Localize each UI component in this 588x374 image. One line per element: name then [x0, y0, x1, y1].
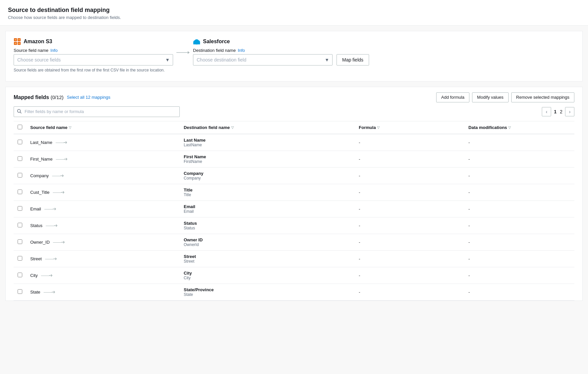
svg-point-15 — [194, 41, 200, 45]
row-checkbox[interactable] — [18, 273, 22, 277]
dest-field-cell: Street Street — [180, 250, 355, 267]
mapped-title-row: Mapped fields (0/12) Select all 12 mappi… — [14, 94, 110, 100]
data-mod-cell: - — [464, 134, 574, 151]
table-row: First_Name ——➜ First Name FirstName - - — [14, 151, 574, 167]
row-checkbox[interactable] — [18, 239, 22, 244]
map-fields-button[interactable]: Map fields — [337, 54, 369, 65]
dest-sort-icon[interactable]: ▽ — [231, 126, 234, 129]
svg-marker-9 — [188, 51, 190, 54]
row-checkbox-cell — [14, 151, 26, 167]
pagination-next-button[interactable]: › — [565, 107, 574, 116]
formula-cell: - — [355, 134, 464, 151]
pagination-next-page-num[interactable]: 2 — [559, 109, 563, 114]
row-source-name: Owner_ID — [30, 240, 50, 245]
formula-cell: - — [355, 284, 464, 300]
dest-info-link[interactable]: Info — [238, 48, 245, 53]
source-field-label: Source field name Info — [14, 48, 173, 53]
pagination-prev-button[interactable]: ‹ — [542, 107, 551, 116]
data-mod-cell: - — [464, 217, 574, 234]
dest-field-cell: Title Title — [180, 184, 355, 200]
source-field-cell: Email ——➜ — [26, 200, 180, 217]
data-mod-cell: - — [464, 184, 574, 200]
dest-field-sub: OwnerId — [184, 242, 351, 247]
source-field-cell: City ——➜ — [26, 267, 180, 284]
row-checkbox[interactable] — [18, 189, 22, 194]
row-source-name: State — [30, 290, 40, 295]
filter-row: ‹ 1 2 › — [14, 106, 574, 117]
formula-cell: - — [355, 250, 464, 267]
row-arrow-icon: ——➜ — [44, 289, 55, 295]
filter-input-wrapper — [14, 106, 180, 117]
row-checkbox-cell — [14, 250, 26, 267]
dest-field-wrap: Salesforce Destination field name Info C… — [193, 38, 333, 65]
search-icon — [17, 109, 22, 114]
remove-selected-button[interactable]: Remove selected mappings — [511, 92, 574, 102]
table-row: Owner_ID ——➜ Owner ID OwnerId - - — [14, 234, 574, 250]
formula-cell: - — [355, 167, 464, 184]
source-field-cell: Cust_Title ——➜ — [26, 184, 180, 200]
data-mod-sort-icon[interactable]: ▽ — [508, 126, 511, 129]
add-formula-button[interactable]: Add formula — [436, 92, 469, 102]
row-checkbox-cell — [14, 134, 26, 151]
modify-values-button[interactable]: Modify values — [472, 92, 508, 102]
source-service-name: Amazon S3 — [24, 39, 52, 45]
mapping-config-section: Amazon S3 Source field name Info Choose … — [5, 31, 583, 81]
source-field-cell: State ——➜ — [26, 284, 180, 300]
dest-field-cell: Owner ID OwnerId — [180, 234, 355, 250]
row-checkbox-cell — [14, 184, 26, 200]
row-checkbox-cell — [14, 167, 26, 184]
col-header-data-modifications: Data modifications ▽ — [464, 121, 574, 134]
dest-field-cell: Company Company — [180, 167, 355, 184]
dest-field-cell: Email Email — [180, 200, 355, 217]
dest-field-main: State/Province — [184, 287, 351, 292]
row-arrow-icon: ——➜ — [53, 239, 64, 245]
row-checkbox[interactable] — [18, 256, 22, 261]
mapped-fields-section: Mapped fields (0/12) Select all 12 mappi… — [5, 87, 583, 301]
row-arrow-icon: ——➜ — [56, 156, 67, 162]
dest-field-main: City — [184, 271, 351, 276]
row-checkbox[interactable] — [18, 206, 22, 211]
row-checkbox[interactable] — [18, 173, 22, 178]
source-sort-icon[interactable]: ▽ — [69, 126, 71, 129]
salesforce-icon — [193, 38, 200, 45]
row-arrow-icon: ——➜ — [45, 206, 56, 211]
svg-line-17 — [20, 112, 22, 113]
row-source-name: Email — [30, 206, 41, 211]
svg-rect-6 — [15, 43, 16, 44]
dest-field-sub: FirstName — [184, 159, 351, 164]
dest-fields-dropdown[interactable]: Choose destination field — [193, 54, 333, 65]
data-mod-cell: - — [464, 167, 574, 184]
table-row: Street ——➜ Street Street - - — [14, 250, 574, 267]
data-mod-cell: - — [464, 267, 574, 284]
pagination-row: ‹ 1 2 › — [542, 107, 574, 116]
row-checkbox[interactable] — [18, 289, 22, 294]
formula-cell: - — [355, 234, 464, 250]
formula-sort-icon[interactable]: ▽ — [377, 126, 380, 129]
source-help-text: Source fields are obtained from the firs… — [14, 67, 173, 73]
mapped-fields-header: Mapped fields (0/12) Select all 12 mappi… — [14, 92, 574, 102]
source-fields-dropdown[interactable]: Choose source fields — [14, 54, 173, 65]
dest-field-sub: City — [184, 276, 351, 280]
select-all-header — [14, 121, 26, 134]
row-checkbox[interactable] — [18, 223, 22, 227]
dest-field-main: Company — [184, 171, 351, 176]
row-arrow-icon: ——➜ — [41, 273, 52, 278]
dest-field-sub: Status — [184, 226, 351, 230]
row-checkbox-cell — [14, 267, 26, 284]
row-checkbox[interactable] — [18, 156, 22, 161]
formula-cell: - — [355, 184, 464, 200]
table-header-row: Source field name ▽ Destination field na… — [14, 121, 574, 134]
source-info-link[interactable]: Info — [50, 48, 58, 53]
row-arrow-icon: ——➜ — [53, 189, 64, 195]
data-mod-cell: - — [464, 234, 574, 250]
table-row: Email ——➜ Email Email - - — [14, 200, 574, 217]
formula-cell: - — [355, 217, 464, 234]
col-header-destination: Destination field name ▽ — [180, 121, 355, 134]
table-body: Last_Name ——➜ Last Name LastName - - Fir… — [14, 134, 574, 301]
filter-fields-input[interactable] — [14, 106, 180, 117]
row-checkbox[interactable] — [18, 140, 22, 144]
select-all-link[interactable]: Select all 12 mappings — [67, 95, 110, 100]
row-arrow-icon: ——➜ — [45, 256, 56, 261]
dest-field-cell: First Name FirstName — [180, 151, 355, 167]
select-all-checkbox[interactable] — [18, 125, 22, 129]
